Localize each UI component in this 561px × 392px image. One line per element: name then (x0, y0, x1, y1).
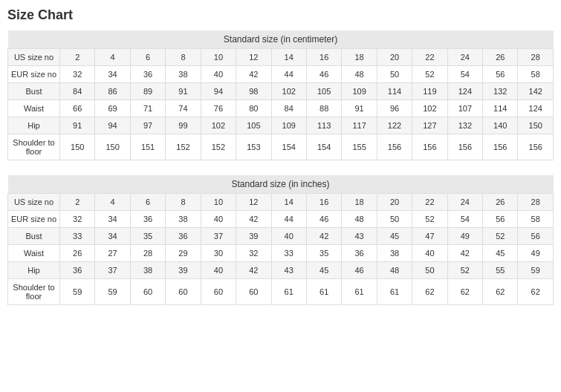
cell-value: 74 (166, 100, 201, 117)
cell-value: 71 (130, 100, 165, 117)
row-label: US size no (8, 194, 60, 211)
cell-value: 44 (271, 211, 306, 228)
cell-value: 69 (95, 100, 130, 117)
cell-value: 27 (95, 245, 130, 262)
cell-value: 59 (60, 279, 95, 305)
cell-value: 44 (271, 66, 306, 83)
cell-value: 2 (60, 194, 95, 211)
cm-table: Standard size (in centimeter)US size no2… (7, 30, 554, 160)
cell-value: 20 (377, 194, 412, 211)
cell-value: 156 (518, 134, 554, 160)
cell-value: 4 (95, 49, 130, 66)
cell-value: 50 (377, 211, 412, 228)
cell-value: 154 (306, 134, 341, 160)
cell-value: 12 (236, 194, 271, 211)
cell-value: 109 (342, 83, 377, 100)
cell-value: 26 (483, 49, 518, 66)
table-row: EUR size no3234363840424446485052545658 (8, 211, 554, 228)
cell-value: 43 (342, 228, 377, 245)
cell-value: 156 (377, 134, 412, 160)
table-row: Shoulder to floor59596060606061616161626… (8, 279, 554, 305)
cell-value: 76 (201, 100, 236, 117)
cell-value: 45 (306, 262, 341, 279)
cell-value: 26 (483, 194, 518, 211)
cell-value: 60 (130, 279, 165, 305)
cell-value: 97 (130, 117, 165, 134)
cell-value: 14 (271, 49, 306, 66)
cell-value: 153 (236, 134, 271, 160)
cell-value: 150 (95, 134, 130, 160)
cm-table-container: Standard size (in centimeter)US size no2… (7, 30, 554, 160)
cell-value: 10 (201, 194, 236, 211)
cell-value: 40 (271, 228, 306, 245)
cell-value: 94 (95, 117, 130, 134)
cell-value: 49 (447, 228, 482, 245)
cell-value: 38 (166, 66, 201, 83)
row-label: Shoulder to floor (8, 134, 60, 160)
cell-value: 52 (447, 262, 482, 279)
cell-value: 140 (483, 117, 518, 134)
cell-value: 42 (306, 228, 341, 245)
row-label: Waist (8, 100, 60, 117)
cell-value: 34 (95, 211, 130, 228)
cell-value: 50 (412, 262, 447, 279)
table-row: US size no246810121416182022242628 (8, 49, 554, 66)
cell-value: 39 (236, 228, 271, 245)
cell-value: 50 (377, 66, 412, 83)
cell-value: 32 (60, 211, 95, 228)
cell-value: 36 (130, 66, 165, 83)
cell-value: 48 (342, 211, 377, 228)
cell-value: 58 (518, 66, 554, 83)
cell-value: 61 (271, 279, 306, 305)
cell-value: 22 (412, 49, 447, 66)
cell-value: 142 (518, 83, 554, 100)
cell-value: 80 (236, 100, 271, 117)
cell-value: 62 (518, 279, 554, 305)
cell-value: 8 (166, 49, 201, 66)
row-label: US size no (8, 49, 60, 66)
cell-value: 109 (271, 117, 306, 134)
cell-value: 52 (483, 228, 518, 245)
cell-value: 91 (166, 83, 201, 100)
in-table-container: Standard size (in inches)US size no24681… (7, 175, 554, 305)
cell-value: 26 (60, 245, 95, 262)
cell-value: 24 (447, 194, 482, 211)
cell-value: 154 (271, 134, 306, 160)
cell-value: 62 (483, 279, 518, 305)
row-label: Bust (8, 228, 60, 245)
cell-value: 45 (483, 245, 518, 262)
cell-value: 86 (95, 83, 130, 100)
cell-value: 99 (166, 117, 201, 134)
cell-value: 40 (201, 211, 236, 228)
cell-value: 114 (483, 100, 518, 117)
cell-value: 55 (483, 262, 518, 279)
cell-value: 54 (447, 66, 482, 83)
cell-value: 127 (412, 117, 447, 134)
cell-value: 91 (60, 117, 95, 134)
table-row: Bust848689919498102105109114119124132142 (8, 83, 554, 100)
cell-value: 32 (236, 245, 271, 262)
cell-value: 60 (201, 279, 236, 305)
cell-value: 52 (412, 211, 447, 228)
cell-value: 132 (447, 117, 482, 134)
cell-value: 60 (166, 279, 201, 305)
cell-value: 38 (130, 262, 165, 279)
table-row: Hip9194979910210510911311712212713214015… (8, 117, 554, 134)
cell-value: 38 (166, 211, 201, 228)
cell-value: 150 (60, 134, 95, 160)
cell-value: 62 (412, 279, 447, 305)
cell-value: 43 (271, 262, 306, 279)
cell-value: 8 (166, 194, 201, 211)
row-label: Hip (8, 262, 60, 279)
cell-value: 6 (130, 194, 165, 211)
cell-value: 28 (518, 194, 554, 211)
cell-value: 61 (377, 279, 412, 305)
cell-value: 61 (342, 279, 377, 305)
cell-value: 2 (60, 49, 95, 66)
cell-value: 45 (377, 228, 412, 245)
cell-value: 35 (130, 228, 165, 245)
in-table: Standard size (in inches)US size no24681… (7, 175, 554, 305)
cell-value: 156 (447, 134, 482, 160)
cell-value: 37 (95, 262, 130, 279)
table-row: Waist2627282930323335363840424549 (8, 245, 554, 262)
